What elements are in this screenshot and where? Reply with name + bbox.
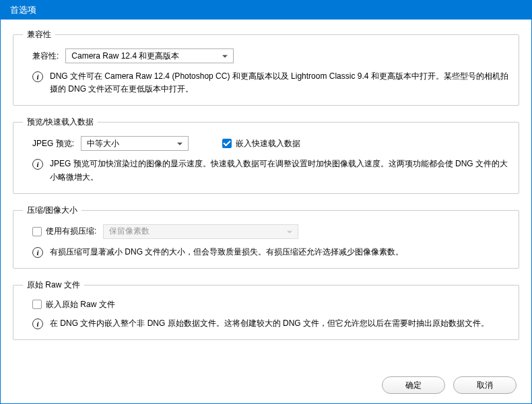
lossy-select-value: 保留像素数 <box>109 226 149 237</box>
checkbox-icon <box>222 139 232 148</box>
jpeg-preview-select[interactable]: 中等大小 <box>81 136 189 151</box>
content-area: 兼容性 兼容性: Camera Raw 12.4 和更高版本 i DNG 文件可… <box>1 20 531 368</box>
raw-group: 原始 Raw 文件 嵌入原始 Raw 文件 i 在 DNG 文件内嵌入整个非 D… <box>13 279 519 340</box>
embed-raw-label: 嵌入原始 Raw 文件 <box>46 299 115 310</box>
raw-info: 在 DNG 文件内嵌入整个非 DNG 原始数据文件。这将创建较大的 DNG 文件… <box>50 317 489 330</box>
ok-button[interactable]: 确定 <box>382 376 445 394</box>
preview-group: 预览/快速载入数据 JPEG 预览: 中等大小 嵌入快速载入数据 i JPEG … <box>13 116 519 193</box>
compression-group: 压缩/图像大小 使用有损压缩: 保留像素数 i 有损压缩可显著减小 DNG 文件… <box>13 205 519 269</box>
titlebar: 首选项 <box>1 1 531 20</box>
lossy-select: 保留像素数 <box>103 224 298 239</box>
ok-button-label: 确定 <box>405 380 422 391</box>
raw-legend: 原始 Raw 文件 <box>23 279 84 291</box>
compatibility-select-value: Camera Raw 12.4 和更高版本 <box>71 50 179 62</box>
compatibility-group: 兼容性 兼容性: Camera Raw 12.4 和更高版本 i DNG 文件可… <box>13 29 519 106</box>
checkbox-icon <box>32 300 42 309</box>
info-icon: i <box>32 159 43 170</box>
jpeg-preview-label: JPEG 预览: <box>32 138 74 149</box>
compatibility-select[interactable]: Camera Raw 12.4 和更高版本 <box>65 48 234 63</box>
compatibility-info: DNG 文件可在 Camera Raw 12.4 (Photoshop CC) … <box>50 70 509 96</box>
preview-info: JPEG 预览可加快渲染过的图像的显示速度。快速载入数据可在调整设置时加快图像载… <box>50 158 509 183</box>
footer: 确定 取消 <box>1 368 531 403</box>
lossy-label: 使用有损压缩: <box>46 226 96 237</box>
embed-fastload-checkbox[interactable]: 嵌入快速载入数据 <box>222 138 300 149</box>
embed-raw-checkbox[interactable]: 嵌入原始 Raw 文件 <box>32 299 115 310</box>
info-icon: i <box>32 318 43 329</box>
embed-fastload-label: 嵌入快速载入数据 <box>236 138 300 149</box>
checkbox-icon <box>32 227 42 236</box>
info-icon: i <box>32 247 43 258</box>
jpeg-preview-value: 中等大小 <box>87 138 119 149</box>
compression-legend: 压缩/图像大小 <box>23 205 81 216</box>
preview-legend: 预览/快速载入数据 <box>23 116 98 128</box>
compression-info: 有损压缩可显著减小 DNG 文件的大小，但会导致质量损失。有损压缩还允许选择减少… <box>50 246 403 259</box>
cancel-button-label: 取消 <box>477 380 493 391</box>
compatibility-label: 兼容性: <box>32 50 59 62</box>
info-icon: i <box>32 71 43 82</box>
compatibility-legend: 兼容性 <box>23 29 55 40</box>
window-title: 首选项 <box>10 4 36 16</box>
lossy-checkbox[interactable]: 使用有损压缩: <box>32 226 96 237</box>
cancel-button[interactable]: 取消 <box>453 376 517 394</box>
